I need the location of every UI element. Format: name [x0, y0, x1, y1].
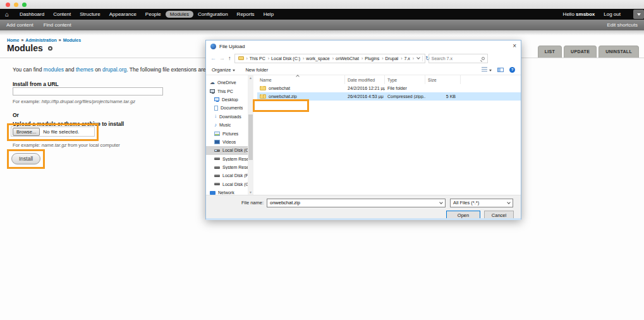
drive-icon — [214, 157, 220, 160]
scrollbar-thumb[interactable] — [248, 114, 253, 160]
up-icon[interactable]: ↑ — [228, 55, 231, 61]
tree-item-this-pc[interactable]: This PC — [206, 87, 248, 95]
column-header-size[interactable]: Size — [425, 75, 461, 84]
menu-help[interactable]: Help — [259, 11, 278, 18]
tree-item-system-reserved-1[interactable]: System Reserved — [206, 155, 248, 163]
or-label: Or — [13, 112, 19, 118]
search-icon[interactable] — [482, 57, 485, 60]
video-icon — [214, 140, 220, 144]
contextual-gear-icon[interactable] — [48, 46, 52, 51]
file-row-onwebchat[interactable]: onwebchat 24/2/2016 12:21 μμ File folder — [257, 84, 521, 92]
install-url-input[interactable] — [13, 87, 163, 95]
views-button[interactable] — [482, 67, 492, 73]
menu-modules[interactable]: Modules — [166, 11, 193, 18]
file-name-input[interactable] — [267, 200, 440, 206]
breadcrumb-administration[interactable]: Administration — [25, 38, 56, 42]
intro-paragraph: You can find modules and themes on drupa… — [13, 66, 224, 73]
monitor-icon — [214, 97, 219, 101]
close-window-icon[interactable] — [6, 3, 10, 7]
menu-people[interactable]: People — [141, 11, 166, 18]
tree-item-documents[interactable]: Documents — [206, 104, 248, 112]
new-folder-button[interactable]: New folder — [245, 67, 268, 73]
dialog-bottom-border — [206, 218, 521, 220]
menu-appearance[interactable]: Appearance — [105, 11, 141, 18]
dialog-navbar: ← → ↑ This PC Local Disk (C:) work_space… — [206, 52, 521, 65]
preview-pane-icon[interactable] — [497, 68, 504, 72]
browse-button[interactable]: Browse... — [13, 128, 40, 136]
tab-update[interactable]: UPDATE — [564, 46, 597, 58]
drupalorg-link[interactable]: drupal.org — [102, 66, 126, 73]
tree-item-network[interactable]: Network — [206, 188, 248, 195]
tree-item-videos[interactable]: Videos — [206, 138, 248, 146]
folder-icon — [238, 56, 244, 60]
shortcut-add-content[interactable]: Add content — [6, 22, 33, 28]
breadcrumb-home[interactable]: Home — [7, 38, 19, 42]
shortcut-find-content[interactable]: Find content — [44, 22, 71, 28]
tree-item-local-disk-c[interactable]: Local Disk (C:) — [206, 146, 248, 154]
tree-item-local-disk-f[interactable]: Local Disk (F:) — [206, 171, 248, 180]
highlight-box-browse: Browse... No file selected. — [7, 123, 99, 141]
themes-link[interactable]: themes — [76, 66, 94, 73]
maximize-window-icon[interactable] — [22, 3, 27, 7]
dialog-titlebar[interactable]: File Upload × — [206, 40, 521, 52]
organize-button[interactable]: Organize — [212, 67, 235, 73]
tree-item-system-reserved-2[interactable]: System Reserved — [206, 163, 248, 171]
chevron-down-icon — [489, 70, 492, 71]
menu-content[interactable]: Content — [49, 11, 75, 18]
sidebar-scrollbar[interactable]: ▲ ▼ — [248, 75, 253, 195]
breadcrumb-modules[interactable]: Modules — [63, 38, 81, 42]
back-icon[interactable]: ← — [210, 55, 216, 61]
user-greeting: Hello smsbox — [563, 11, 595, 17]
chevron-down-icon — [507, 200, 511, 204]
dialog-toolbar: Organize New folder ? — [206, 65, 521, 75]
install-button[interactable]: Install — [11, 153, 40, 164]
tab-list[interactable]: LIST — [538, 46, 562, 58]
install-from-url-heading: Install from a URL — [13, 81, 59, 87]
dialog-title: File Upload — [219, 44, 245, 49]
minimize-window-icon[interactable] — [14, 3, 18, 7]
scroll-up-icon[interactable]: ▲ — [249, 76, 252, 80]
file-type-select[interactable]: All Files (*.*) — [450, 199, 513, 207]
menu-dashboard[interactable]: Dashboard — [15, 11, 49, 18]
help-icon[interactable]: ? — [509, 67, 515, 73]
address-dropdown-icon[interactable] — [416, 56, 420, 59]
folder-icon — [260, 86, 266, 90]
modules-link[interactable]: modules — [44, 66, 64, 73]
address-crumb-local-disk-c[interactable]: Local Disk (C:) — [267, 56, 300, 61]
column-header-type[interactable]: Type — [385, 75, 425, 84]
scroll-down-icon[interactable]: ▼ — [249, 190, 252, 194]
dialog-main: ☁OneDrive This PC Desktop Documents ↓Dow… — [206, 75, 521, 195]
address-crumb-plugins[interactable]: Plugins — [360, 56, 379, 61]
menu-reports[interactable]: Reports — [233, 11, 259, 18]
chevron-down-icon[interactable] — [439, 200, 443, 204]
address-crumb-drupal[interactable]: Drupal — [380, 56, 398, 61]
toolbar-toggle-button[interactable] — [633, 9, 644, 19]
tree-item-downloads[interactable]: ↓Downloads — [206, 113, 248, 121]
tree-item-onedrive[interactable]: ☁OneDrive — [206, 78, 248, 87]
address-bar[interactable]: This PC Local Disk (C:) work_space onWeb… — [234, 54, 425, 63]
sort-ascending-icon — [296, 75, 300, 78]
home-icon[interactable]: ⌂ — [5, 11, 9, 18]
forward-icon[interactable]: → — [219, 55, 225, 61]
file-name-combobox[interactable] — [267, 199, 446, 207]
edit-shortcuts-link[interactable]: Edit shortcuts — [607, 22, 638, 28]
address-crumb-onwebchat[interactable]: onWebChat — [331, 56, 359, 61]
address-crumb-this-pc[interactable]: This PC — [245, 56, 265, 61]
column-header-date-modified[interactable]: Date modified — [345, 75, 385, 84]
chevron-down-icon — [233, 70, 235, 71]
tab-uninstall[interactable]: UNINSTALL — [598, 46, 639, 58]
column-header-name[interactable]: Name — [257, 75, 345, 84]
dialog-footer: File name: All Files (*.*) Open Cancel — [206, 195, 521, 220]
search-input[interactable] — [432, 56, 478, 61]
address-crumb-work-space[interactable]: work_space — [301, 56, 330, 61]
tree-item-local-disk-g[interactable]: Local Disk (G:) — [206, 180, 248, 188]
menu-configuration[interactable]: Configuration — [193, 11, 233, 18]
dialog-close-icon[interactable]: × — [513, 43, 516, 49]
logout-link[interactable]: Log out — [604, 11, 621, 17]
tree-item-pictures[interactable]: Pictures — [206, 129, 248, 137]
search-box[interactable] — [428, 54, 488, 63]
tree-item-desktop[interactable]: Desktop — [206, 95, 248, 104]
address-crumb-7x[interactable]: 7.x — [399, 56, 410, 61]
menu-structure[interactable]: Structure — [75, 11, 104, 18]
tree-item-music[interactable]: ♪Music — [206, 121, 248, 129]
